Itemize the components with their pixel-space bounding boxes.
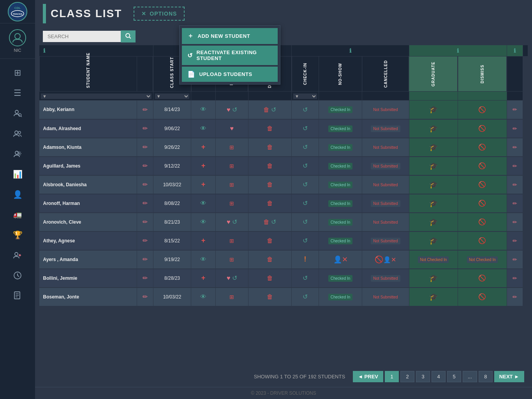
- row-edit-btn[interactable]: ✏: [512, 125, 518, 132]
- checkin-alert-btn[interactable]: !: [303, 254, 307, 264]
- physical-heart-btn[interactable]: ♥: [229, 124, 235, 133]
- graduate-btn[interactable]: 🎓: [428, 180, 439, 190]
- page-1-button[interactable]: 1: [385, 371, 399, 382]
- graduate-btn[interactable]: 🎓: [428, 217, 439, 227]
- graduate-btn[interactable]: 🎓: [428, 142, 439, 152]
- dismiss-btn[interactable]: 🚫: [477, 274, 487, 282]
- edit-student-btn[interactable]: ✏: [142, 161, 148, 170]
- sidebar-item-list[interactable]: ☰: [0, 83, 35, 103]
- sidebar-item-profile[interactable]: 👤: [0, 184, 35, 205]
- checkin-undo-btn[interactable]: ↺: [302, 236, 308, 245]
- permit-add-btn[interactable]: +: [201, 236, 206, 245]
- drug-trash-btn[interactable]: 🗑: [266, 237, 274, 245]
- dismiss-btn[interactable]: 🚫: [477, 217, 487, 226]
- drug-trash-btn[interactable]: 🗑: [266, 180, 274, 189]
- drug-trash-btn[interactable]: 🗑: [262, 218, 270, 226]
- dismiss-btn[interactable]: 🚫: [477, 199, 487, 208]
- permit-view-btn[interactable]: 👁: [199, 199, 207, 208]
- sidebar-item-document[interactable]: [0, 286, 35, 306]
- sidebar-item-users-manage[interactable]: [0, 245, 35, 265]
- dismiss-btn[interactable]: 🚫: [477, 236, 487, 245]
- sidebar-item-search-user[interactable]: [0, 103, 35, 124]
- checkin-undo-btn[interactable]: ↺: [302, 124, 308, 133]
- sidebar-item-dashboard[interactable]: ⊞: [0, 63, 35, 83]
- edit-student-btn[interactable]: ✏: [142, 143, 148, 152]
- page-4-button[interactable]: 4: [432, 371, 446, 382]
- prev-button[interactable]: ◄ PREV: [353, 371, 383, 382]
- physical-upload-btn[interactable]: ⊞: [229, 237, 235, 245]
- edit-student-btn[interactable]: ✏: [142, 199, 148, 208]
- dismiss-btn[interactable]: 🚫: [477, 143, 487, 152]
- physical-upload-btn[interactable]: ⊞: [229, 293, 235, 301]
- row-edit-btn[interactable]: ✏: [512, 200, 518, 207]
- edit-student-btn[interactable]: ✏: [142, 105, 148, 114]
- graduate-btn[interactable]: 🎓: [428, 104, 439, 115]
- add-new-student-button[interactable]: ＋ ADD NEW STUDENT: [182, 28, 278, 44]
- sidebar-item-settings[interactable]: [0, 144, 35, 164]
- sidebar-item-group[interactable]: [0, 124, 35, 144]
- sidebar-item-reports[interactable]: 📊: [0, 164, 35, 184]
- name-filter-select[interactable]: ▼: [41, 94, 151, 99]
- row-edit-btn[interactable]: ✏: [512, 256, 518, 263]
- edit-student-btn[interactable]: ✏: [142, 292, 148, 301]
- checkin-undo-btn[interactable]: ↺: [302, 292, 308, 301]
- checkin-undo-btn[interactable]: ↺: [302, 105, 308, 114]
- drug-trash-btn[interactable]: 🗑: [266, 124, 274, 133]
- edit-student-btn[interactable]: ✏: [142, 255, 148, 264]
- upload-students-button[interactable]: 📄 UPLOAD STUDENTS: [182, 67, 278, 82]
- edit-student-btn[interactable]: ✏: [142, 217, 148, 226]
- drug-trash-btn[interactable]: 🗑: [266, 143, 274, 152]
- row-edit-btn[interactable]: ✏: [512, 106, 518, 113]
- row-edit-btn[interactable]: ✏: [512, 162, 518, 170]
- physical-heart-btn[interactable]: ♥: [226, 106, 231, 114]
- permit-view-btn[interactable]: 👁: [199, 255, 207, 264]
- row-edit-btn[interactable]: ✏: [512, 218, 518, 226]
- drug-trash-btn[interactable]: 🗑: [266, 255, 274, 264]
- options-button[interactable]: ✕ OPTIONS: [134, 7, 185, 21]
- checkin-undo-btn[interactable]: ↺: [302, 274, 308, 282]
- checkin-undo-btn[interactable]: ↺: [302, 199, 308, 208]
- graduate-btn[interactable]: 🎓: [428, 273, 439, 283]
- page-3-button[interactable]: 3: [416, 371, 430, 382]
- edit-student-btn[interactable]: ✏: [142, 274, 148, 282]
- physical-upload-btn[interactable]: ⊞: [229, 256, 235, 263]
- row-edit-btn[interactable]: ✏: [512, 181, 518, 189]
- drug-undo-btn[interactable]: ↺: [270, 105, 277, 114]
- drug-trash-btn[interactable]: 🗑: [266, 293, 274, 301]
- permit-add-btn[interactable]: +: [201, 161, 206, 171]
- permit-view-btn[interactable]: 👁: [199, 124, 207, 133]
- row-edit-btn[interactable]: ✏: [512, 143, 518, 151]
- drug-undo-btn[interactable]: ↺: [270, 217, 277, 226]
- noshow-user-x-btn[interactable]: 👤✕: [333, 254, 349, 265]
- row-edit-btn[interactable]: ✏: [512, 293, 518, 301]
- dismiss-btn[interactable]: 🚫: [477, 105, 487, 114]
- permit-add-btn[interactable]: +: [201, 273, 206, 283]
- row-edit-btn[interactable]: ✏: [512, 274, 518, 282]
- drug-trash-btn[interactable]: 🗑: [266, 274, 274, 282]
- physical-upload-btn[interactable]: ⊞: [229, 162, 235, 170]
- graduate-btn[interactable]: 🎓: [428, 198, 439, 208]
- physical-undo-btn[interactable]: ↺: [231, 217, 238, 226]
- drug-trash-btn[interactable]: 🗑: [266, 162, 274, 170]
- physical-upload-btn[interactable]: ⊞: [229, 143, 235, 151]
- edit-student-btn[interactable]: ✏: [142, 180, 148, 189]
- page-2-button[interactable]: 2: [400, 371, 414, 382]
- graduate-btn[interactable]: 🎓: [428, 292, 439, 302]
- checkin-filter[interactable]: ▼: [293, 94, 317, 99]
- edit-student-btn[interactable]: ✏: [142, 124, 148, 133]
- dismiss-btn[interactable]: 🚫: [477, 161, 487, 170]
- permit-view-btn[interactable]: 👁: [199, 105, 207, 114]
- physical-heart-btn[interactable]: ♥: [226, 218, 231, 226]
- graduate-btn[interactable]: 🎓: [428, 124, 439, 134]
- physical-heart-btn[interactable]: ♥: [226, 274, 231, 282]
- checkin-undo-btn[interactable]: ↺: [302, 143, 308, 152]
- permit-view-btn[interactable]: 👁: [199, 293, 207, 301]
- graduate-btn[interactable]: 🎓: [428, 236, 439, 246]
- permit-add-btn[interactable]: +: [201, 142, 206, 152]
- class-start-filter[interactable]: ▼: [155, 94, 190, 99]
- row-edit-btn[interactable]: ✏: [512, 237, 518, 245]
- sidebar-item-vehicle[interactable]: 🚛: [0, 205, 35, 225]
- dismiss-btn[interactable]: 🚫: [477, 292, 487, 301]
- search-input[interactable]: [43, 31, 121, 42]
- page-8-button[interactable]: 8: [479, 371, 493, 382]
